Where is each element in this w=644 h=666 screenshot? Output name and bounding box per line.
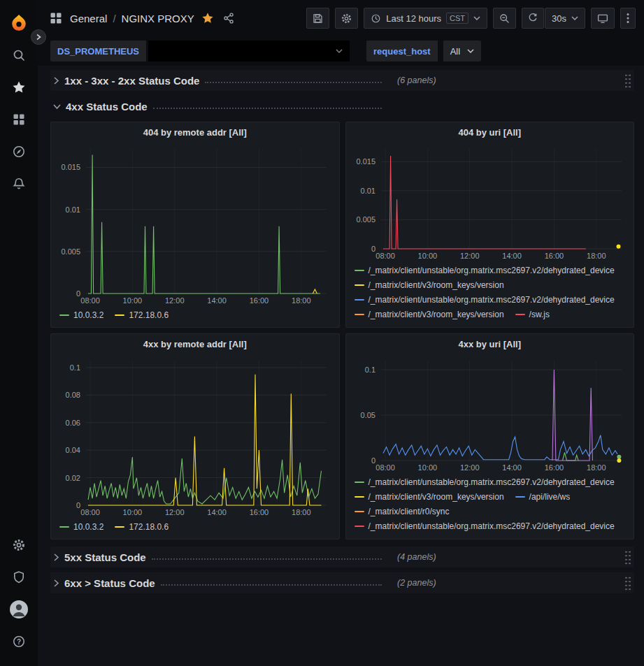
dashboard-body: 1xx - 3xx - 2xx Status Code (6 panels) 4… bbox=[38, 66, 644, 666]
dashboard-title[interactable]: NGINX PROXY bbox=[122, 13, 194, 24]
panel-title[interactable]: 404 by uri [All] bbox=[346, 122, 634, 143]
row-drag-handle[interactable] bbox=[624, 73, 631, 88]
svg-text:0: 0 bbox=[371, 245, 375, 253]
cycle-view-tv-button[interactable] bbox=[591, 8, 615, 29]
chart-legend: /_matrix/client/unstable/org.matrix.msc2… bbox=[346, 475, 634, 539]
favorites-star-icon[interactable] bbox=[5, 73, 33, 101]
panel-title[interactable]: 4xx by uri [All] bbox=[346, 334, 634, 355]
variables-submenu: DS_PROMETHEUS request_host All bbox=[38, 36, 644, 66]
row-6xx-status-code[interactable]: 6xx > Status Code (2 panels) bbox=[50, 572, 634, 593]
chart-legend: /_matrix/client/unstable/org.matrix.msc2… bbox=[346, 263, 634, 327]
svg-text:0.08: 0.08 bbox=[66, 391, 80, 399]
refresh-button[interactable] bbox=[522, 8, 544, 29]
legend-item[interactable]: /_matrix/client/r0/sync bbox=[355, 505, 450, 518]
legend-series-label: /_matrix/client/unstable/org.matrix.msc2… bbox=[368, 477, 615, 487]
svg-text:12:00: 12:00 bbox=[459, 252, 479, 260]
legend-series-label: /_matrix/client/v3/room_keys/version bbox=[368, 492, 504, 502]
grafana-logo[interactable] bbox=[5, 9, 33, 37]
panel-4xx-by-uri: 4xx by uri [All] 08:0010:0012:0014:0016:… bbox=[345, 333, 635, 540]
row-dotted-line bbox=[161, 584, 382, 586]
refresh-interval-dropdown[interactable]: 30s bbox=[545, 8, 585, 29]
legend-series-swatch bbox=[59, 526, 69, 528]
svg-text:0.01: 0.01 bbox=[66, 205, 80, 214]
row-dotted-line bbox=[205, 82, 382, 83]
row-title: 4xx Status Code bbox=[66, 101, 148, 113]
breadcrumb-folder[interactable]: General bbox=[70, 13, 107, 24]
row-drag-handle[interactable] bbox=[624, 549, 631, 565]
chart-4xx-by-remote-addr[interactable]: 08:0010:0012:0014:0016:0018:0000.020.040… bbox=[51, 355, 339, 519]
row-1xx-3xx-2xx-status-code[interactable]: 1xx - 3xx - 2xx Status Code (6 panels) bbox=[50, 70, 634, 91]
chart-legend: 10.0.3.2172.18.0.6 bbox=[51, 307, 339, 327]
share-icon[interactable] bbox=[222, 12, 235, 24]
dashboard-header: General / NGINX PROXY Last 12 hours CST bbox=[38, 0, 644, 36]
request-host-select[interactable]: All bbox=[443, 41, 481, 61]
legend-item[interactable]: /_matrix/client/unstable/org.matrix.msc2… bbox=[355, 264, 615, 277]
chart-404-by-remote-addr[interactable]: 08:0010:0012:0014:0016:0018:0000.0050.01… bbox=[51, 143, 339, 307]
variable-label-request-host: request_host bbox=[366, 41, 438, 61]
favorite-star-icon[interactable] bbox=[201, 12, 214, 24]
chart-4xx-by-uri[interactable]: 08:0010:0012:0014:0016:0018:0000.050.1 bbox=[346, 355, 634, 475]
alerting-bell-icon[interactable] bbox=[5, 170, 33, 198]
svg-text:18:00: 18:00 bbox=[587, 463, 606, 472]
zoom-out-button[interactable] bbox=[493, 8, 516, 29]
row-5xx-status-code[interactable]: 5xx Status Code (4 panels) bbox=[50, 546, 634, 567]
help-icon[interactable]: ? bbox=[5, 628, 33, 656]
server-admin-shield-icon[interactable] bbox=[5, 563, 33, 591]
svg-text:14:00: 14:00 bbox=[207, 508, 227, 516]
legend-item[interactable]: /api/live/ws bbox=[515, 491, 571, 503]
time-range-label: Last 12 hours bbox=[386, 13, 441, 24]
legend-item[interactable]: /_matrix/client/unstable/org.matrix.msc2… bbox=[355, 476, 615, 488]
refresh-interval-label: 30s bbox=[552, 13, 566, 24]
legend-item[interactable]: 10.0.3.2 bbox=[59, 309, 103, 321]
svg-text:16:00: 16:00 bbox=[250, 508, 269, 516]
search-icon[interactable] bbox=[5, 41, 33, 69]
svg-text:08:00: 08:00 bbox=[375, 463, 395, 472]
svg-text:0.015: 0.015 bbox=[356, 157, 375, 166]
svg-text:16:00: 16:00 bbox=[250, 296, 269, 305]
legend-item[interactable]: /_matrix/client/unstable/org.matrix.msc2… bbox=[355, 294, 615, 306]
configuration-gear-icon[interactable] bbox=[5, 531, 33, 559]
more-options-kebab-button[interactable] bbox=[620, 8, 636, 29]
legend-series-swatch bbox=[59, 314, 69, 316]
legend-series-swatch bbox=[355, 496, 364, 498]
row-dotted-line bbox=[152, 558, 382, 560]
legend-item[interactable]: 172.18.0.6 bbox=[115, 521, 169, 533]
legend-series-swatch bbox=[355, 511, 364, 512]
legend-item[interactable]: /_matrix/client/v3/room_keys/version bbox=[355, 308, 504, 321]
chevron-down-icon bbox=[336, 48, 343, 54]
legend-series-swatch bbox=[355, 526, 364, 527]
time-range-picker[interactable]: Last 12 hours CST bbox=[364, 8, 487, 29]
user-avatar[interactable] bbox=[5, 595, 33, 623]
legend-item[interactable]: /sw.js bbox=[515, 308, 550, 321]
expand-sidebar-button[interactable] bbox=[31, 29, 46, 45]
panel-title[interactable]: 4xx by remote addr [All] bbox=[51, 334, 339, 355]
row-4xx-status-code[interactable]: 4xx Status Code bbox=[50, 96, 634, 117]
chart-404-by-uri[interactable]: 08:0010:0012:0014:0016:0018:0000.0050.01… bbox=[346, 143, 634, 263]
legend-item[interactable]: 10.0.3.2 bbox=[59, 521, 103, 533]
legend-item[interactable]: 172.18.0.6 bbox=[115, 309, 169, 321]
explore-compass-icon[interactable] bbox=[5, 138, 33, 166]
svg-text:0: 0 bbox=[371, 456, 375, 465]
ds-prometheus-select[interactable] bbox=[148, 41, 350, 61]
variable-label-ds-prometheus: DS_PROMETHEUS bbox=[50, 41, 146, 61]
svg-text:16:00: 16:00 bbox=[544, 252, 564, 260]
save-dashboard-button[interactable] bbox=[306, 8, 329, 29]
legend-series-swatch bbox=[515, 496, 525, 498]
apps-icon bbox=[49, 11, 63, 25]
legend-item[interactable]: /_matrix/client/unstable/org.matrix.msc2… bbox=[355, 520, 615, 533]
dashboards-icon[interactable] bbox=[5, 106, 33, 133]
chevron-down-icon bbox=[53, 103, 61, 110]
timezone-badge: CST bbox=[446, 13, 468, 24]
dashboard-settings-button[interactable] bbox=[335, 8, 358, 29]
svg-text:08:00: 08:00 bbox=[80, 508, 100, 516]
svg-text:12:00: 12:00 bbox=[459, 463, 479, 472]
chevron-down-icon bbox=[467, 48, 474, 54]
legend-item[interactable]: /_matrix/client/v3/room_keys/version bbox=[355, 279, 504, 291]
row-title: 6xx > Status Code bbox=[64, 577, 155, 589]
row-drag-handle[interactable] bbox=[624, 575, 631, 591]
legend-series-label: 172.18.0.6 bbox=[129, 310, 169, 320]
legend-item[interactable]: /_matrix/client/v3/room_keys/version bbox=[355, 491, 504, 503]
svg-text:0.02: 0.02 bbox=[66, 474, 80, 482]
svg-text:14:00: 14:00 bbox=[502, 463, 522, 472]
panel-title[interactable]: 404 by remote addr [All] bbox=[51, 122, 339, 143]
